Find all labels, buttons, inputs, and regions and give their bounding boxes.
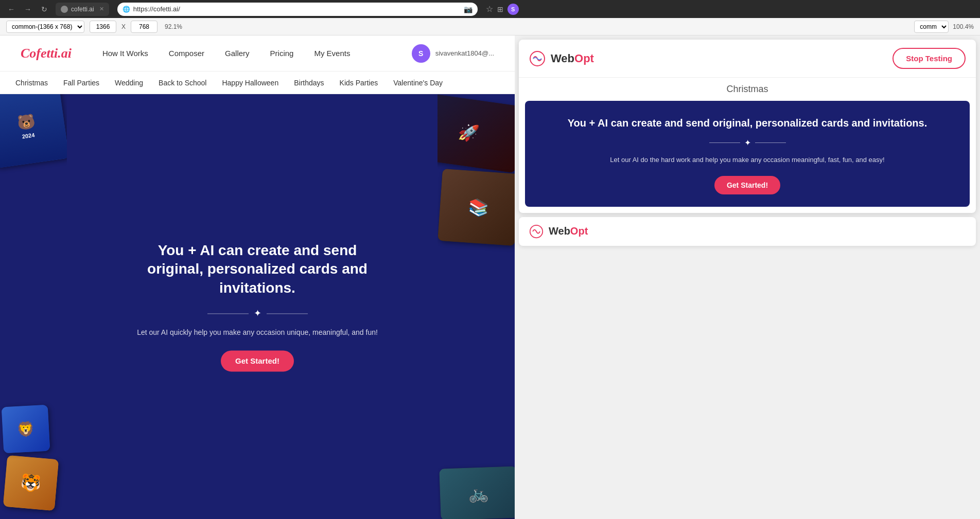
hero-content: You + AI can create and send original, p… <box>129 241 386 371</box>
hero-subtitle: Let our AI quickly help you make any occ… <box>129 328 386 338</box>
forward-button[interactable]: → <box>21 2 35 16</box>
back-button[interactable]: ← <box>4 2 19 16</box>
collage-card-4: 🚀 <box>437 94 515 173</box>
divider-line-right <box>267 313 308 314</box>
nav-my-events[interactable]: My Events <box>314 49 350 58</box>
right-panel: WebOpt Stop Testing Christmas You + AI c… <box>515 35 980 519</box>
main-layout: Cofetti.ai How It Works Composer Gallery… <box>0 35 980 519</box>
nav-gallery[interactable]: Gallery <box>225 49 250 58</box>
divider-line-left <box>207 313 249 314</box>
collage-card-1: 🐻 2024 <box>0 94 67 168</box>
hero-left-collage: 🐻 2024 🐯 🦁 <box>0 94 67 519</box>
hero-section: 🐻 2024 🐯 🦁 🚀 <box>0 94 515 519</box>
user-avatar[interactable]: S <box>412 44 430 63</box>
right-divider-line-left <box>709 142 740 143</box>
browser-chrome: ← → ↻ cofetti.ai ✕ 🌐 https://cofetti.ai/… <box>0 0 980 18</box>
right-cta-button[interactable]: Get Started! <box>714 176 780 194</box>
category-back-to-school[interactable]: Back to School <box>159 79 206 87</box>
webopt-logo-icon <box>529 50 546 67</box>
right-preview-title: You + AI can create and send original, p… <box>537 116 957 130</box>
webopt-logo-text: WebOpt <box>551 52 594 65</box>
collage-card-5: 📚 <box>437 169 515 246</box>
category-wedding[interactable]: Wedding <box>115 79 143 87</box>
nav-pricing[interactable]: Pricing <box>270 49 294 58</box>
collage-card-6: 🚲 <box>439 466 515 519</box>
bookmark-icon[interactable]: ☆ <box>486 4 493 14</box>
site-nav-links: How It Works Composer Gallery Pricing My… <box>102 49 412 58</box>
scroll-area[interactable]: WebOpt Stop Testing Christmas You + AI c… <box>515 35 980 519</box>
reload-button[interactable]: ↻ <box>37 2 51 16</box>
right-resolution-select[interactable]: comm <box>914 21 949 33</box>
tab-close-icon[interactable]: ✕ <box>99 6 104 12</box>
right-preview-card: You + AI can create and send original, p… <box>525 101 970 207</box>
resolution-select[interactable]: common-(1366 x 768) <box>6 21 84 33</box>
browser-nav-buttons: ← → ↻ <box>4 2 51 16</box>
right-sparkle-icon: ✦ <box>744 138 751 148</box>
right-divider: ✦ <box>537 138 957 148</box>
url-text: https://cofetti.ai/ <box>133 5 461 13</box>
category-birthdays[interactable]: Birthdays <box>294 79 324 87</box>
hero-title: You + AI can create and send original, p… <box>129 241 386 297</box>
toolbar-row: common-(1366 x 768) 1366 X 768 92.1% com… <box>0 18 980 35</box>
christmas-label: Christmas <box>525 78 970 101</box>
webopt-panel: WebOpt Stop Testing Christmas You + AI c… <box>519 40 976 213</box>
toolbar-right: comm 100.4% <box>914 21 974 33</box>
tab-title: cofetti.ai <box>71 6 94 13</box>
right-subtitle: Let our AI do the hard work and help you… <box>537 155 957 166</box>
site-navbar: Cofetti.ai How It Works Composer Gallery… <box>0 35 515 71</box>
browser-right-controls: ☆ ⊞ S <box>486 4 519 15</box>
second-webopt-logo-text: WebOpt <box>549 225 588 237</box>
webopt-header: WebOpt Stop Testing <box>519 40 976 78</box>
user-email: sivavenkat1804@... <box>435 49 494 57</box>
sparkle-icon: ✦ <box>254 308 261 319</box>
height-input[interactable]: 768 <box>131 21 157 33</box>
site-nav-right: S sivavenkat1804@... <box>412 44 494 63</box>
width-input[interactable]: 1366 <box>90 21 116 33</box>
zoom-level: 92.1% <box>165 23 182 30</box>
stop-testing-button[interactable]: Stop Testing <box>892 48 966 69</box>
category-fall-parties[interactable]: Fall Parties <box>63 79 99 87</box>
second-webopt-header: WebOpt <box>519 217 976 246</box>
camera-icon[interactable]: 📷 <box>464 5 472 13</box>
category-kids-parties[interactable]: Kids Parties <box>340 79 378 87</box>
url-bar[interactable]: 🌐 https://cofetti.ai/ 📷 <box>117 3 478 16</box>
extensions-icon[interactable]: ⊞ <box>497 5 503 13</box>
right-zoom: 100.4% <box>953 23 974 30</box>
hero-cta-button[interactable]: Get Started! <box>221 351 294 372</box>
x-separator: X <box>121 23 126 30</box>
second-webopt-logo-icon <box>529 224 544 239</box>
category-bar: Christmas Fall Parties Wedding Back to S… <box>0 71 515 94</box>
website-preview: Cofetti.ai How It Works Composer Gallery… <box>0 35 515 519</box>
collage-card-3: 🦁 <box>2 405 50 454</box>
profile-avatar[interactable]: S <box>507 4 519 15</box>
collage-card-2: 🐯 <box>3 455 59 511</box>
hero-right-collage: 🚀 📚 🚲 <box>437 94 515 519</box>
right-divider-line-right <box>755 142 786 143</box>
category-valentines-day[interactable]: Valentine's Day <box>393 79 443 87</box>
category-christmas[interactable]: Christmas <box>15 79 48 87</box>
second-webopt-panel: WebOpt <box>519 217 976 246</box>
hero-divider: ✦ <box>129 308 386 319</box>
favicon <box>61 6 68 13</box>
nav-composer[interactable]: Composer <box>169 49 204 58</box>
right-content: Christmas You + AI can create and send o… <box>519 78 976 213</box>
category-happy-halloween[interactable]: Happy Halloween <box>222 79 278 87</box>
lock-icon: 🌐 <box>122 6 130 13</box>
nav-how-it-works[interactable]: How It Works <box>102 49 148 58</box>
site-logo[interactable]: Cofetti.ai <box>21 46 72 61</box>
